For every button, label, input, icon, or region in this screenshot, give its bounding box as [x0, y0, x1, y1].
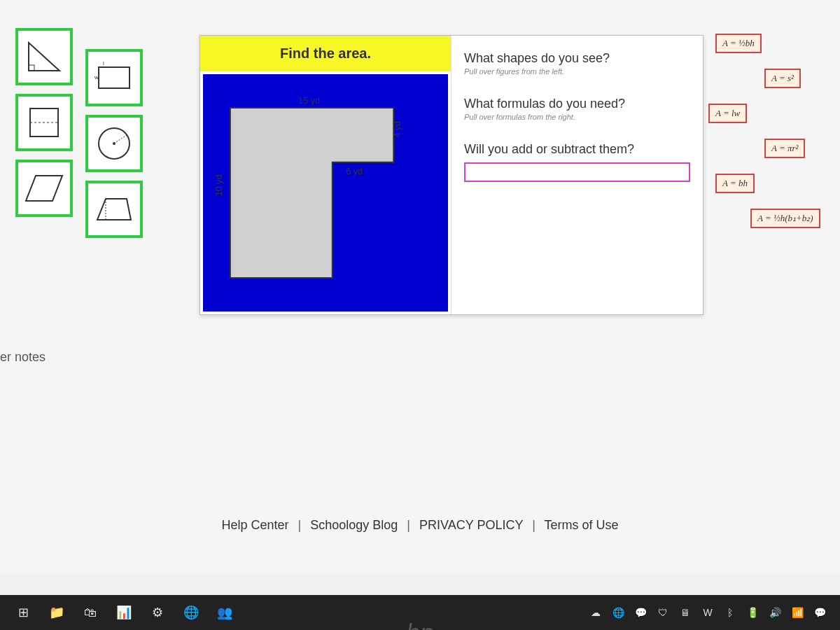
- volume-icon[interactable]: 🔊: [767, 602, 783, 623]
- file-explorer-icon[interactable]: 📁: [46, 602, 67, 623]
- dim-right: 4 yd: [393, 121, 402, 138]
- q2-hint: Pull over formulas from the right.: [464, 113, 690, 121]
- bluetooth-icon[interactable]: ᛒ: [722, 602, 738, 623]
- question-operation: Will you add or subtract them?: [464, 142, 690, 182]
- formula-tile[interactable]: A = s²: [764, 69, 801, 88]
- formula-tile[interactable]: A = bh: [715, 174, 755, 193]
- store-icon[interactable]: 🛍: [80, 602, 101, 623]
- onedrive-icon[interactable]: ☁: [588, 602, 603, 623]
- footer-links: Help Center | Schoology Blog | PRIVACY P…: [0, 518, 840, 533]
- svg-rect-1: [29, 65, 34, 71]
- formula-tile[interactable]: A = lw: [708, 104, 747, 123]
- question-shapes: What shapes do you see? Pull over figure…: [464, 51, 690, 76]
- svg-rect-5: [99, 67, 130, 88]
- sep: |: [532, 518, 536, 532]
- shape-trapezoid[interactable]: [85, 181, 143, 238]
- q1-title: What shapes do you see?: [464, 51, 690, 66]
- dim-top: 15 yd: [298, 96, 320, 106]
- battery-icon[interactable]: 🔋: [745, 602, 760, 623]
- shape-palette: lw: [15, 28, 143, 238]
- formula-tile[interactable]: A = ½bh: [715, 34, 762, 53]
- formula-tile[interactable]: A = πr²: [764, 139, 805, 158]
- shape-triangle[interactable]: [15, 28, 73, 85]
- activity-card: Find the area. 10 yd 15 yd 4 yd 6 yd Wha…: [200, 35, 704, 315]
- svg-text:l: l: [103, 60, 104, 66]
- sep: |: [407, 518, 410, 532]
- question-formulas: What formulas do you need? Pull over for…: [464, 97, 690, 121]
- security-icon[interactable]: 🛡: [655, 602, 671, 623]
- shape-square[interactable]: [15, 94, 73, 151]
- chrome-tray-icon[interactable]: 🌐: [610, 602, 626, 623]
- svg-marker-13: [230, 108, 393, 278]
- answer-input[interactable]: [464, 162, 690, 182]
- chat-icon[interactable]: 💬: [633, 602, 648, 623]
- dim-left: 10 yd: [214, 174, 224, 196]
- terms-link[interactable]: Terms of Use: [545, 518, 619, 532]
- svg-line-9: [114, 135, 127, 144]
- q3-title: Will you add or subtract them?: [464, 142, 690, 157]
- hp-logo: hp: [406, 619, 434, 630]
- teams-icon[interactable]: 👥: [214, 602, 235, 623]
- wifi-icon[interactable]: 📶: [790, 602, 805, 623]
- q1-hint: Pull over figures from the left.: [464, 67, 690, 76]
- svg-marker-0: [29, 43, 59, 71]
- figure-panel: Find the area. 10 yd 15 yd 4 yd 6 yd: [200, 36, 451, 314]
- task-view-icon[interactable]: ⊞: [13, 602, 34, 623]
- blog-link[interactable]: Schoology Blog: [310, 518, 398, 532]
- settings-icon[interactable]: ⚙: [147, 602, 168, 623]
- shape-rectangle[interactable]: lw: [85, 49, 143, 106]
- side-notes-label: er notes: [0, 350, 46, 365]
- chrome-icon[interactable]: 🌐: [181, 602, 202, 623]
- sep: |: [298, 518, 302, 532]
- svg-text:w: w: [94, 74, 99, 80]
- help-center-link[interactable]: Help Center: [221, 518, 288, 532]
- figure-drawing: 10 yd 15 yd 4 yd 6 yd: [203, 74, 448, 312]
- svg-point-10: [113, 142, 115, 145]
- shape-parallelogram[interactable]: [15, 160, 73, 217]
- dim-inner: 6 yd: [346, 167, 363, 176]
- network-icon[interactable]: 🖥: [678, 602, 693, 623]
- formula-tile[interactable]: A = ½h(b₁+b₂): [750, 209, 820, 228]
- question-panel: What shapes do you see? Pull over figure…: [451, 36, 703, 314]
- shape-circle[interactable]: [85, 115, 143, 172]
- q2-title: What formulas do you need?: [464, 97, 690, 111]
- privacy-link[interactable]: PRIVACY POLICY: [419, 518, 523, 532]
- figure-title: Find the area.: [200, 36, 451, 71]
- word-icon[interactable]: W: [700, 602, 715, 623]
- app-icon[interactable]: 📊: [113, 602, 134, 623]
- svg-marker-11: [97, 199, 131, 220]
- action-center-icon[interactable]: 💬: [812, 602, 827, 623]
- svg-marker-4: [26, 176, 62, 201]
